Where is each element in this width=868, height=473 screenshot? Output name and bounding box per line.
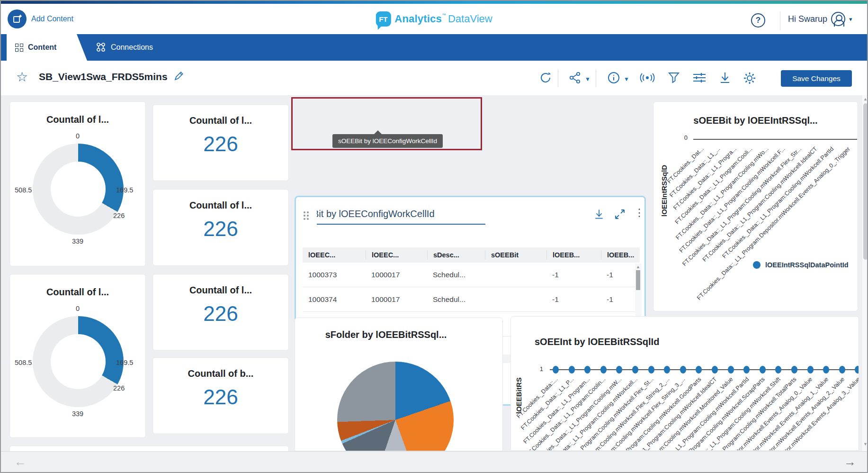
tab-content[interactable]: Content <box>7 34 87 61</box>
widget-title: Countall of l... <box>153 115 288 126</box>
data-point <box>553 366 559 373</box>
widget-menu-kebab-icon[interactable]: ⋮ <box>634 207 644 219</box>
app-window: Add Content FT Analytics™DataView ? Hi S… <box>0 0 868 473</box>
scatter-plot: lOEEBitRS 1 FT.Cookies._Data::...FT.Cook… <box>511 317 859 450</box>
data-point <box>760 366 766 373</box>
broadcast-icon[interactable] <box>639 71 655 84</box>
table-row[interactable]: 10003731000017Schedul...-1-1 <box>303 263 640 287</box>
x-axis-line <box>693 139 857 140</box>
data-point <box>839 366 845 373</box>
gauge-value-label: 226 <box>113 384 125 392</box>
user-avatar-icon <box>831 12 845 26</box>
y-axis-label: lOEEIntRSSqlD <box>660 131 668 217</box>
logo-product: DataView <box>448 13 492 25</box>
data-point <box>680 366 686 373</box>
data-point <box>791 366 797 373</box>
y-tick-label: 0 <box>676 134 688 141</box>
widget-expand-icon[interactable] <box>614 209 626 220</box>
table-cell: 1000017 <box>366 271 427 279</box>
widget-scatter[interactable]: sOEEInt by lOEEBitRSSqlId lOEEBitRS 1 FT… <box>510 316 859 451</box>
add-content-button[interactable] <box>8 9 27 28</box>
share-dropdown-caret[interactable]: ▼ <box>585 76 591 82</box>
widget-kpi-1[interactable]: Countall of l... 226 <box>152 104 289 181</box>
widget-title: Countall of l... <box>153 200 288 211</box>
page-scroll-thumb[interactable] <box>863 103 868 260</box>
pie-chart <box>337 362 454 451</box>
gauge-tick-left: 508.5 <box>15 186 32 194</box>
info-dropdown-caret[interactable]: ▼ <box>624 76 629 82</box>
scroll-up-icon[interactable]: ▲ <box>636 264 640 269</box>
gauge-tick-bottom: 339 <box>10 237 145 245</box>
save-changes-button[interactable]: Save Changes <box>781 70 852 87</box>
table-cell: -1 <box>601 295 640 304</box>
sliders-icon[interactable] <box>692 71 707 84</box>
divider <box>780 11 780 30</box>
gauge-tick-right: 169.5 <box>116 359 133 366</box>
download-icon[interactable] <box>719 71 731 84</box>
drag-handle-icon[interactable] <box>304 211 309 220</box>
table-row[interactable]: 10003741000017Schedul...-1-1 <box>303 287 640 312</box>
gauge-tick-0: 0 <box>10 305 145 312</box>
tab-connections-label: Connections <box>111 43 153 52</box>
app-logo: FT Analytics™DataView <box>376 4 492 34</box>
column-header[interactable]: sDesc... <box>427 250 485 260</box>
column-header[interactable]: lOEEC... <box>303 250 366 260</box>
settings-gear-icon[interactable] <box>743 71 757 85</box>
column-header[interactable]: lOEEB... <box>546 250 601 260</box>
y-tick-label: 1 <box>536 365 543 373</box>
table-cell: Schedul... <box>427 271 485 279</box>
kpi-value: 226 <box>153 217 288 241</box>
widget-partial[interactable] <box>9 446 289 451</box>
chart1-plot: lOEEIntRSSqlD 0 FT.Cookies._Dat...FT.Coo… <box>653 102 858 311</box>
gauge-tick-left: 508.5 <box>15 359 32 366</box>
data-point <box>616 366 622 373</box>
refresh-icon[interactable] <box>539 71 552 84</box>
legend-label: lOEEIntRSSqlDataPointId <box>765 261 849 269</box>
widget-kpi-4[interactable]: Countall of b... 226 <box>152 357 289 434</box>
widget-title: Countall of b... <box>153 368 288 379</box>
favorite-star-icon[interactable]: ☆ <box>16 69 28 85</box>
filter-icon[interactable] <box>668 71 680 84</box>
logo-brand: Analytics <box>394 13 442 25</box>
data-point <box>696 366 702 373</box>
data-point <box>600 366 607 373</box>
kpi-value: 226 <box>153 132 288 156</box>
page-prev-arrow[interactable]: ← <box>14 455 27 469</box>
chevron-down-icon: ▾ <box>849 16 852 23</box>
page-next-arrow[interactable]: → <box>844 455 856 469</box>
chart-legend[interactable]: lOEEIntRSSqlDataPointId <box>753 261 849 269</box>
column-header[interactable]: lOEEC... <box>366 250 427 260</box>
gauge-tick-0: 0 <box>10 132 145 140</box>
help-icon[interactable]: ? <box>751 13 765 27</box>
info-icon[interactable] <box>607 71 620 84</box>
add-content-icon <box>12 14 22 24</box>
widget-download-icon[interactable] <box>593 209 605 220</box>
column-header[interactable]: sOEEBit <box>485 250 546 260</box>
kpi-value: 226 <box>153 385 288 409</box>
scroll-up-icon[interactable]: ▲ <box>863 97 868 101</box>
user-menu[interactable]: Hi Swarup ▾ <box>788 4 852 34</box>
table-cell: Schedul... <box>427 295 485 304</box>
add-content-label[interactable]: Add Content <box>31 4 73 34</box>
data-point <box>775 366 781 373</box>
vscroll-thumb[interactable] <box>636 270 640 290</box>
gauge-tick-right: 169.5 <box>116 186 133 194</box>
widget-pie[interactable]: sFolder by lOEEBitRSSql... <box>295 318 503 451</box>
widget-gauge-1[interactable]: Countall of l... 0 169.5 226 339 508.5 <box>9 101 146 266</box>
widget-gauge-2[interactable]: Countall of l... 0 169.5 226 339 508.5 <box>9 274 146 438</box>
top-bar: Add Content FT Analytics™DataView ? Hi S… <box>1 4 867 34</box>
table-cell: -1 <box>601 271 640 279</box>
gauge-tick-bottom: 339 <box>10 410 145 418</box>
widget-chart-soeebit[interactable]: sOEEBit by lOEEIntRSSql... lOEEIntRSSqlD… <box>653 101 858 311</box>
kpi-value: 226 <box>153 302 288 326</box>
widget-kpi-3[interactable]: Countall of l... 226 <box>152 274 289 351</box>
widget-title: sFolder by lOEEBitRSSql... <box>295 329 502 340</box>
page-scrollbar[interactable]: ▲ ▼ <box>862 95 868 451</box>
tab-connections[interactable]: Connections <box>96 34 153 61</box>
widget-title-input[interactable]: Bit by lOEEConfigWorkCellId <box>317 203 485 225</box>
share-icon[interactable] <box>568 71 582 84</box>
column-header[interactable]: lOEEB... <box>601 250 640 260</box>
scroll-down-icon[interactable]: ▼ <box>863 442 868 446</box>
widget-kpi-2[interactable]: Countall of l... 226 <box>152 189 289 266</box>
edit-pencil-icon[interactable] <box>172 70 185 82</box>
